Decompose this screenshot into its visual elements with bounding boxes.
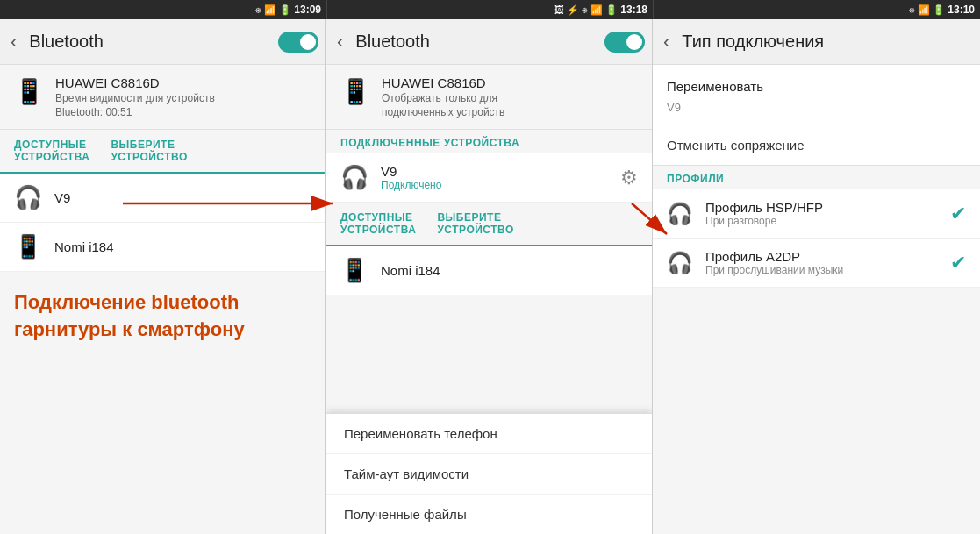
device-name-1: HUAWEI C8816D bbox=[55, 75, 215, 90]
back-button-2[interactable]: ‹ bbox=[333, 27, 347, 57]
device-info-1: 📱 HUAWEI C8816D Время видимости для устр… bbox=[0, 65, 325, 130]
img-icon: 🖼 bbox=[554, 4, 564, 15]
device-nomi-1[interactable]: 📱 Nomi i184 bbox=[0, 223, 325, 272]
tab-choose-2[interactable]: ВЫБЕРИТЕУСТРОЙСТВО bbox=[437, 203, 513, 245]
panel2-header: ‹ Bluetooth bbox=[326, 19, 652, 65]
panel3-title: Тип подключения bbox=[682, 32, 973, 52]
device-sub1-2: Отображать только для bbox=[382, 92, 504, 104]
device-info-2: 📱 HUAWEI C8816D Отображать только для по… bbox=[326, 65, 652, 130]
rename-value: V9 bbox=[653, 101, 980, 125]
status-bar-left: ⎈ 📶 🔋 13:09 bbox=[0, 0, 326, 19]
device-sub2-2: подключенных устройств bbox=[382, 106, 504, 118]
profile-hsp-check: ✔ bbox=[950, 203, 966, 225]
panel-bluetooth-1: ‹ Bluetooth 📱 HUAWEI C8816D Время видимо… bbox=[0, 19, 326, 534]
tab-choose-1[interactable]: ВЫБЕРИТЕУСТРОЙСТВО bbox=[111, 130, 187, 172]
profile-hsp-name: Профиль HSP/HFP bbox=[705, 200, 823, 215]
bt-icon-3: ⎈ bbox=[909, 4, 915, 15]
rename-label: Переименовать bbox=[653, 65, 980, 101]
bluetooth-toggle-1[interactable] bbox=[278, 32, 318, 53]
headphone-icon-v9-1: 🎧 bbox=[14, 184, 42, 211]
usb-icon: ⚡ bbox=[567, 4, 579, 16]
back-button-1[interactable]: ‹ bbox=[7, 27, 20, 57]
panel-connection-type: ‹ Тип подключения Переименовать V9 Отмен… bbox=[653, 19, 980, 534]
device-v9-1[interactable]: 🎧 V9 bbox=[0, 174, 325, 223]
panel2-title: Bluetooth bbox=[355, 32, 596, 52]
device-v9-name-1: V9 bbox=[54, 190, 70, 205]
time-2: 13:18 bbox=[620, 4, 647, 16]
tab-available-2[interactable]: ДОСТУПНЫЕУСТРОЙСТВА bbox=[340, 203, 416, 245]
battery-2: 🔋 bbox=[605, 4, 618, 16]
device-nomi-2[interactable]: 📱 Nomi i184 bbox=[326, 246, 652, 295]
caption-text: Подключение bluetoothгарнитуры к смартфо… bbox=[0, 272, 325, 361]
tab-available-1[interactable]: ДОСТУПНЫЕУСТРОЙСТВА bbox=[14, 130, 89, 172]
profile-a2dp-name: Профиль A2DP bbox=[705, 249, 843, 264]
bt-icon-2: ⎈ bbox=[582, 4, 588, 15]
device-name-2: HUAWEI C8816D bbox=[382, 75, 504, 90]
signal-3: 📶 bbox=[918, 4, 930, 16]
device-sub1-1: Время видимости для устройств bbox=[55, 92, 215, 104]
profiles-header: ПРОФИЛИ bbox=[653, 166, 980, 189]
phone-icon-nomi-2: 📱 bbox=[340, 257, 368, 284]
time-3: 13:10 bbox=[948, 4, 975, 16]
headphone-icon-hsp: 🎧 bbox=[667, 202, 693, 226]
phone-icon-nomi-1: 📱 bbox=[14, 233, 42, 260]
profile-hsp-sub: При разговоре bbox=[705, 215, 823, 227]
panel-bluetooth-2: ‹ Bluetooth 📱 HUAWEI C8816D Отображать т… bbox=[326, 19, 653, 534]
profile-a2dp-sub: При прослушивании музыки bbox=[705, 264, 843, 276]
battery-1: 🔋 bbox=[279, 4, 291, 16]
panel1-header: ‹ Bluetooth bbox=[0, 19, 325, 65]
profile-a2dp[interactable]: 🎧 Профиль A2DP При прослушивании музыки … bbox=[653, 239, 980, 288]
device-v9-status: Подключено bbox=[381, 179, 441, 191]
battery-3: 🔋 bbox=[933, 4, 945, 16]
context-rename[interactable]: Переименовать телефон bbox=[326, 414, 652, 454]
phone-icon-2: 📱 bbox=[340, 77, 371, 106]
time-1: 13:09 bbox=[294, 4, 321, 16]
profile-hsp[interactable]: 🎧 Профиль HSP/HFP При разговоре ✔ bbox=[653, 189, 980, 239]
device-v9-name-2: V9 bbox=[381, 164, 441, 179]
headphone-icon-v9-2: 🎧 bbox=[340, 164, 368, 191]
status-bar-mid: 🖼 ⚡ ⎈ 📶 🔋 13:18 bbox=[326, 0, 653, 19]
device-sub2-1: Bluetooth: 00:51 bbox=[55, 106, 215, 118]
context-files[interactable]: Полученные файлы bbox=[326, 495, 652, 534]
phone-icon-1: 📱 bbox=[14, 77, 45, 106]
section-tabs-2: ДОСТУПНЫЕУСТРОЙСТВА ВЫБЕРИТЕУСТРОЙСТВО bbox=[326, 203, 652, 246]
device-nomi-name-1: Nomi i184 bbox=[54, 239, 114, 254]
unpair-button[interactable]: Отменить сопряжение bbox=[653, 125, 980, 166]
context-timeout[interactable]: Тайм-аут видимости bbox=[326, 454, 652, 495]
signal-2: 📶 bbox=[590, 4, 603, 16]
panel1-title: Bluetooth bbox=[29, 32, 269, 52]
settings-gear-icon[interactable]: ⚙ bbox=[620, 167, 638, 189]
panel3-header: ‹ Тип подключения bbox=[653, 19, 980, 65]
status-bar-right: ⎈ 📶 🔋 13:10 bbox=[653, 0, 980, 19]
device-nomi-name-2: Nomi i184 bbox=[381, 263, 440, 278]
bluetooth-toggle-2[interactable] bbox=[604, 32, 645, 53]
profile-a2dp-check: ✔ bbox=[950, 252, 966, 274]
context-menu: Переименовать телефон Тайм-аут видимости… bbox=[326, 413, 652, 534]
headphone-icon-a2dp: 🎧 bbox=[667, 251, 693, 275]
bt-icon-1: ⎈ bbox=[255, 4, 261, 15]
signal-1: 📶 bbox=[264, 4, 276, 16]
section-tabs-1: ДОСТУПНЫЕУСТРОЙСТВА ВЫБЕРИТЕУСТРОЙСТВО bbox=[0, 130, 325, 174]
back-button-3[interactable]: ‹ bbox=[660, 27, 673, 57]
device-v9-2[interactable]: 🎧 V9 Подключено ⚙ bbox=[326, 153, 652, 203]
connected-header: ПОДКЛЮЧЕННЫЕ УСТРОЙСТВА bbox=[326, 130, 652, 153]
